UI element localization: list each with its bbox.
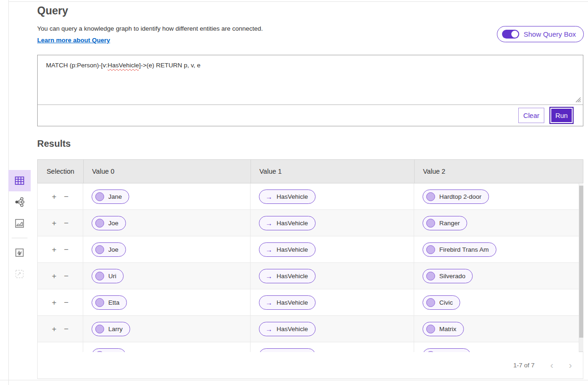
value0-cell: Joe xyxy=(83,236,250,262)
remove-from-selection-button[interactable]: − xyxy=(64,272,69,280)
bottom-panel-divider xyxy=(0,380,588,380)
remove-from-selection-button[interactable]: − xyxy=(64,219,69,227)
query-box: MATCH (p:Person)-[v:HasVehicle]->(e) RET… xyxy=(37,55,583,126)
entity-pill[interactable]: Firebird Trans Am xyxy=(423,242,496,257)
entity-label: Civic xyxy=(439,299,453,306)
relationship-pill[interactable]: → HasVehicle xyxy=(259,242,316,257)
new-link-chart-icon xyxy=(14,269,25,279)
value1-cell: → HasVehicle xyxy=(250,263,414,289)
entity-pill[interactable]: Mustang xyxy=(423,348,471,352)
entity-label: Mustang xyxy=(439,352,463,352)
entity-pill[interactable]: Ranger xyxy=(423,216,467,230)
add-to-selection-button[interactable]: + xyxy=(52,352,57,352)
remove-from-selection-button[interactable]: − xyxy=(64,246,69,254)
value2-cell: Firebird Trans Am xyxy=(414,236,579,262)
entity-circle-icon xyxy=(426,245,435,254)
table-row: + − Jane → HasVehicle Hardtop 2-door xyxy=(38,183,579,210)
column-header-value2: Value 2 xyxy=(414,160,583,183)
value0-cell: Etta xyxy=(83,289,250,315)
entity-circle-icon xyxy=(95,325,104,333)
table-scrollbar-thumb[interactable] xyxy=(579,186,583,338)
table-row: + − Joe → HasVehicle Mustang xyxy=(38,342,579,352)
table-header-row: Selection Value 0 Value 1 Value 2 xyxy=(37,159,583,183)
arrow-right-icon: → xyxy=(265,193,272,201)
add-to-selection-button[interactable]: + xyxy=(52,246,57,254)
results-heading: Results xyxy=(37,138,71,149)
column-header-value1: Value 1 xyxy=(251,160,414,183)
add-to-selection-button[interactable]: + xyxy=(52,299,57,307)
entity-pill[interactable]: Matrix xyxy=(423,322,464,336)
pagination-next-button[interactable]: › xyxy=(564,360,576,371)
entity-circle-icon xyxy=(426,325,435,333)
entity-circle-icon xyxy=(95,192,104,201)
learn-more-link[interactable]: Learn more about Query xyxy=(37,37,110,44)
table-body: + − Jane → HasVehicle Hardtop 2-door + − xyxy=(37,183,579,352)
remove-from-selection-button[interactable]: − xyxy=(64,299,69,307)
table-scrollbar[interactable] xyxy=(579,184,583,352)
show-query-box-toggle[interactable]: Show Query Box xyxy=(497,26,584,42)
relationship-pill[interactable]: → HasVehicle xyxy=(259,322,316,336)
relationship-pill[interactable]: → HasVehicle xyxy=(259,348,316,352)
arrow-right-icon: → xyxy=(265,352,272,352)
entity-pill[interactable]: Etta xyxy=(92,295,127,310)
entity-pill[interactable]: Joe xyxy=(92,216,126,230)
clear-button[interactable]: Clear xyxy=(518,108,544,123)
run-button[interactable]: Run xyxy=(550,108,573,123)
value1-cell: → HasVehicle xyxy=(250,316,414,342)
selection-cell: + − xyxy=(38,263,83,289)
remove-from-selection-button[interactable]: − xyxy=(64,193,69,201)
entity-circle-icon xyxy=(95,219,104,228)
rail-divider xyxy=(12,238,27,238)
relationship-pill[interactable]: → HasVehicle xyxy=(259,189,316,204)
add-to-selection-button[interactable]: + xyxy=(52,219,57,227)
entity-label: Firebird Trans Am xyxy=(439,246,489,253)
remove-from-selection-button[interactable]: − xyxy=(64,325,69,333)
add-to-selection-button[interactable]: + xyxy=(52,193,57,201)
show-query-box-label: Show Query Box xyxy=(523,30,576,38)
remove-from-selection-button[interactable]: − xyxy=(64,352,69,352)
link-chart-view-button[interactable] xyxy=(8,191,31,213)
value1-cell: → HasVehicle xyxy=(250,342,414,352)
relationship-pill[interactable]: → HasVehicle xyxy=(259,269,316,283)
relationship-label: HasVehicle xyxy=(277,326,308,333)
entity-pill[interactable]: Hardtop 2-door xyxy=(423,189,489,204)
arrow-right-icon: → xyxy=(265,246,272,254)
entity-pill[interactable]: Civic xyxy=(423,295,460,310)
entity-pill[interactable]: Joe xyxy=(92,242,126,257)
new-link-chart-button xyxy=(8,263,31,285)
entity-pill[interactable]: Joe xyxy=(92,348,126,352)
toggle-switch-icon[interactable] xyxy=(502,30,519,39)
arrow-right-icon: → xyxy=(265,325,272,333)
entity-circle-icon xyxy=(426,272,435,281)
entity-pill[interactable]: Jane xyxy=(92,189,129,204)
value0-cell: Joe xyxy=(83,342,250,352)
arrow-right-icon: → xyxy=(265,219,272,227)
table-view-button[interactable] xyxy=(8,170,31,191)
relationship-pill[interactable]: → HasVehicle xyxy=(259,295,316,310)
pagination-range: 1-7 of 7 xyxy=(513,362,535,369)
entity-circle-icon xyxy=(95,272,104,281)
entity-circle-icon xyxy=(426,219,435,228)
entity-pill[interactable]: Uri xyxy=(92,269,124,283)
column-header-value0: Value 0 xyxy=(83,160,251,183)
relationship-label: HasVehicle xyxy=(277,352,308,352)
arrow-right-icon: → xyxy=(265,299,272,307)
query-input[interactable]: MATCH (p:Person)-[v:HasVehicle]->(e) RET… xyxy=(38,55,583,104)
table-row: + − Larry → HasVehicle Matrix xyxy=(38,316,579,342)
add-to-selection-button[interactable]: + xyxy=(52,272,57,280)
selection-cell: + − xyxy=(38,183,83,209)
map-view-button[interactable] xyxy=(8,213,31,234)
entity-pill[interactable]: Larry xyxy=(92,322,130,336)
resize-handle-icon[interactable] xyxy=(575,97,581,103)
entity-pill[interactable]: Silverado xyxy=(423,269,473,283)
value1-cell: → HasVehicle xyxy=(250,289,414,315)
selection-cell: + − xyxy=(38,289,83,315)
relationship-pill[interactable]: → HasVehicle xyxy=(259,216,316,230)
pagination-prev-button[interactable]: ‹ xyxy=(546,360,558,371)
value0-cell: Larry xyxy=(83,316,250,342)
results-view-rail xyxy=(8,170,31,285)
entity-circle-icon xyxy=(426,192,435,201)
entity-label: Etta xyxy=(108,299,119,306)
add-results-to-map-button[interactable] xyxy=(8,242,31,263)
add-to-selection-button[interactable]: + xyxy=(52,325,57,333)
